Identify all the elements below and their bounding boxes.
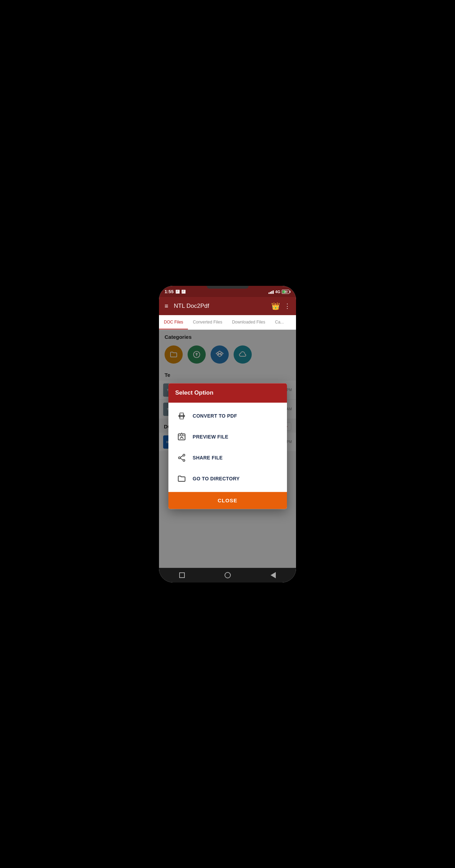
nav-home-button[interactable] (223, 571, 232, 579)
battery: 30 (282, 290, 290, 294)
preview-svg (177, 432, 186, 441)
app-bar-right: 👑 ⋮ (271, 302, 290, 310)
signal-bars (268, 290, 274, 294)
convert-icon (177, 411, 187, 421)
share-icon (177, 453, 187, 463)
status-left: 1:55 🅿 🅿 (165, 289, 185, 294)
signal-bar-3 (271, 291, 272, 294)
parking-icon-1: 🅿 (176, 290, 180, 294)
tab-converted-files[interactable]: Converted Files (188, 315, 227, 329)
nav-back-button[interactable] (269, 571, 278, 579)
recent-icon (179, 572, 185, 578)
signal-bar-2 (270, 292, 271, 294)
tab-doc-files[interactable]: DOC Files (159, 315, 188, 329)
signal-bar-4 (273, 290, 274, 294)
close-button[interactable]: CLOSE (168, 492, 287, 509)
directory-icon (177, 474, 187, 484)
battery-tip (290, 291, 290, 293)
network-type: 4G (275, 290, 280, 294)
phone-frame: 1:55 🅿 🅿 4G 30 (159, 286, 296, 583)
svg-line-8 (180, 458, 183, 460)
tabs: DOC Files Converted Files Downloaded Fil… (159, 315, 296, 330)
nav-recent-button[interactable] (178, 571, 186, 579)
more-options-icon[interactable]: ⋮ (284, 302, 290, 310)
battery-body: 30 (282, 290, 289, 294)
option-share-label: SHARE FILE (193, 455, 223, 460)
battery-percent: 30 (282, 290, 289, 294)
parking-icon-2: 🅿 (182, 290, 185, 294)
crown-icon[interactable]: 👑 (271, 302, 280, 310)
option-preview-label: PREVIEW FILE (193, 434, 228, 440)
screen: 1:55 🅿 🅿 4G 30 (159, 286, 296, 583)
option-goto-label: GO TO DIRECTORY (193, 476, 240, 481)
tab-more[interactable]: Ca... (270, 315, 289, 329)
modal-body: CONVERT TO PDF PREVIEW FILE (168, 403, 287, 492)
svg-point-4 (183, 454, 184, 456)
app-title: NTL Doc2Pdf (174, 303, 209, 310)
bottom-nav (159, 568, 296, 583)
hamburger-menu-icon[interactable]: ≡ (165, 303, 168, 309)
content: Categories (159, 330, 296, 568)
preview-icon (177, 432, 187, 442)
home-icon (225, 572, 231, 578)
option-convert[interactable]: CONVERT TO PDF (168, 405, 287, 426)
modal-title: Select Option (175, 389, 214, 396)
svg-line-7 (180, 456, 183, 457)
signal-bar-1 (268, 292, 270, 294)
option-goto[interactable]: GO TO DIRECTORY (168, 468, 287, 489)
option-share[interactable]: SHARE FILE (168, 447, 287, 468)
convert-svg (177, 411, 186, 420)
app-bar-left: ≡ NTL Doc2Pdf (165, 303, 209, 310)
option-preview[interactable]: PREVIEW FILE (168, 426, 287, 447)
svg-point-5 (178, 457, 180, 459)
directory-svg (177, 474, 186, 483)
back-icon (271, 572, 276, 578)
status-time: 1:55 (165, 289, 174, 294)
status-right: 4G 30 (268, 290, 290, 294)
modal-header: Select Option (168, 383, 287, 403)
select-option-modal: Select Option CONVERT TO PDF (168, 383, 287, 509)
tab-downloaded-files[interactable]: Downloaded Files (227, 315, 270, 329)
app-bar: ≡ NTL Doc2Pdf 👑 ⋮ (159, 297, 296, 315)
svg-point-6 (183, 459, 184, 461)
phone-notch (207, 286, 249, 289)
option-convert-label: CONVERT TO PDF (193, 413, 237, 419)
share-svg (177, 453, 186, 462)
